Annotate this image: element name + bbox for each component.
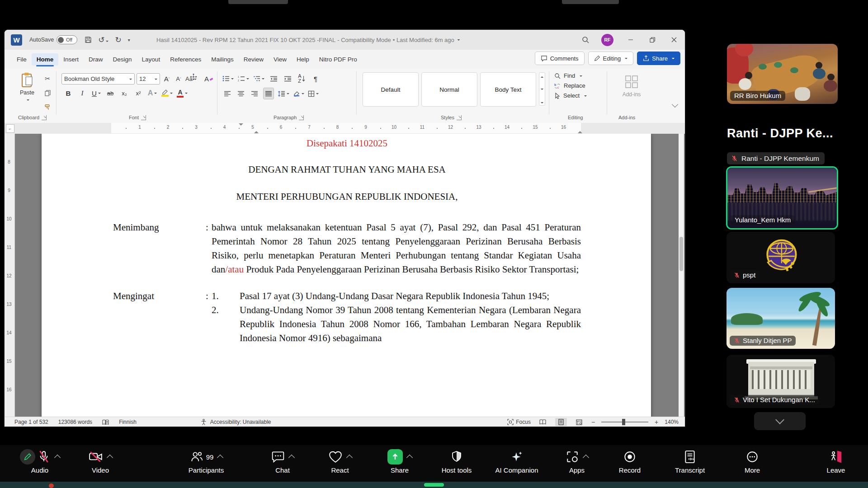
tab-mailings[interactable]: Mailings (206, 53, 239, 66)
tab-design[interactable]: Design (108, 53, 137, 66)
right-indent-marker[interactable] (578, 129, 582, 133)
zoom-percent[interactable]: 140% (665, 419, 679, 425)
video-options-caret[interactable] (107, 455, 113, 461)
cut-icon[interactable]: ✂ (42, 73, 52, 84)
web-layout-button[interactable] (573, 418, 585, 426)
font-size-select[interactable]: 12 (137, 73, 160, 84)
styles-gallery-scroll[interactable] (539, 72, 545, 106)
align-right-button[interactable] (250, 88, 259, 99)
zoom-slider-thumb[interactable] (622, 419, 625, 425)
shading-button[interactable] (293, 88, 304, 99)
page-indicator[interactable]: Page 1 of 532 (14, 419, 48, 425)
align-center-button[interactable] (236, 88, 246, 99)
clipboard-dialog-launcher[interactable]: ↘ (42, 115, 47, 120)
strikethrough-button[interactable]: ab (105, 88, 115, 99)
video-tile-stanly[interactable]: Stanly Ditjen PP (726, 288, 835, 349)
vertical-ruler[interactable]: 8910111213141516 (5, 134, 15, 417)
zoom-in-button[interactable]: + (655, 418, 658, 426)
subscript-button[interactable]: x₂ (119, 88, 129, 99)
last-modified-text[interactable]: • Last Modified: 6m ago (393, 37, 454, 43)
document-scrollbar[interactable] (679, 134, 684, 417)
find-button[interactable]: Find (554, 72, 587, 79)
ai-companion-button[interactable]: AI Companion (487, 449, 546, 474)
grow-font-button[interactable]: Aˆ (162, 74, 172, 84)
horizontal-ruler[interactable]: ⌐ 12345678910111213141516 (5, 123, 685, 134)
share-document-button[interactable]: Share (637, 52, 680, 65)
sort-button[interactable]: AZ (297, 73, 307, 84)
replace-button[interactable]: bcReplace (554, 82, 587, 89)
apps-button[interactable]: Apps (547, 449, 606, 474)
video-tile-rr-biro-hukum[interactable]: RR Biro Hukum (727, 44, 838, 104)
scrollbar-thumb[interactable] (679, 237, 683, 271)
paragraph-dialog-launcher[interactable]: ↘ (299, 115, 304, 120)
restore-button[interactable] (642, 30, 663, 50)
autosave-switch[interactable]: Off (57, 35, 77, 44)
zoom-out-button[interactable]: − (591, 418, 595, 426)
tab-references[interactable]: References (165, 53, 206, 66)
tab-draw[interactable]: Draw (84, 53, 108, 66)
show-paragraph-marks-button[interactable]: ¶ (311, 73, 321, 84)
autosave-toggle[interactable]: AutoSave Off (29, 35, 77, 44)
copy-icon[interactable] (42, 88, 52, 99)
bold-button[interactable]: B (63, 88, 73, 99)
align-left-button[interactable] (222, 88, 232, 99)
more-button[interactable]: More (723, 449, 782, 474)
tab-insert[interactable]: Insert (58, 53, 84, 66)
account-avatar[interactable]: RF (601, 34, 613, 46)
chat-button[interactable]: Chat (253, 449, 312, 474)
style-body-text[interactable]: Body Text (480, 72, 536, 107)
addins-button[interactable]: Add-ins (616, 74, 647, 98)
save-icon[interactable] (85, 36, 92, 43)
apps-caret[interactable] (583, 455, 589, 461)
justify-button[interactable] (263, 88, 274, 99)
react-caret[interactable] (346, 455, 353, 461)
borders-button[interactable] (308, 88, 319, 99)
share-screen-button[interactable]: Share (370, 449, 429, 474)
undo-icon[interactable]: ↺ (98, 36, 108, 44)
leave-button[interactable]: Leave (807, 449, 865, 474)
audio-button[interactable]: Audio (10, 449, 69, 474)
paste-button[interactable]: Paste (14, 72, 40, 103)
tab-file[interactable]: File (12, 53, 32, 66)
bullets-button[interactable] (222, 73, 234, 84)
select-button[interactable]: Select (554, 92, 587, 99)
format-painter-icon[interactable] (42, 102, 52, 113)
chat-caret[interactable] (288, 455, 295, 461)
tab-layout[interactable]: Layout (137, 53, 165, 66)
transcript-button[interactable]: Transcript (660, 449, 719, 474)
collapse-ribbon-icon[interactable] (673, 105, 677, 107)
style-normal[interactable]: Normal (421, 72, 477, 107)
increase-indent-button[interactable] (283, 73, 292, 84)
qat-customize-icon[interactable]: ▾ (128, 38, 130, 42)
title-dropdown-icon[interactable] (458, 39, 460, 42)
multilevel-list-button[interactable] (253, 73, 264, 84)
video-button[interactable]: Video (71, 449, 130, 474)
video-tile-vito[interactable]: Vito I Set Dukungan K... (726, 355, 835, 408)
italic-button[interactable]: I (77, 88, 87, 99)
tab-review[interactable]: Review (239, 53, 269, 66)
read-mode-button[interactable] (537, 418, 549, 426)
tab-home[interactable]: Home (32, 53, 59, 66)
editing-mode-button[interactable]: Editing (588, 52, 634, 65)
participants-button[interactable]: 99 Participants (177, 449, 236, 474)
style-default[interactable]: Default (363, 72, 419, 107)
collapse-gallery-button[interactable] (754, 412, 806, 430)
print-layout-button[interactable] (555, 418, 567, 426)
close-button[interactable] (663, 30, 685, 50)
redo-icon[interactable]: ↻ (115, 36, 121, 44)
audio-options-caret[interactable] (54, 455, 61, 461)
record-button[interactable]: Record (600, 449, 659, 474)
highlight-button[interactable] (161, 88, 173, 99)
comments-button[interactable]: Comments (535, 52, 585, 65)
tab-view[interactable]: View (269, 53, 292, 66)
font-name-select[interactable]: Bookman Old Style (61, 73, 135, 84)
line-spacing-button[interactable] (278, 88, 289, 99)
first-line-indent-marker[interactable] (239, 123, 243, 128)
clear-formatting-button[interactable]: A (204, 74, 214, 84)
hanging-indent-marker[interactable] (254, 129, 259, 133)
document-canvas[interactable]: 8910111213141516 Disepakati 14102025 DEN… (5, 134, 685, 417)
tab-help[interactable]: Help (292, 53, 314, 66)
text-effects-button[interactable]: A (147, 88, 157, 99)
underline-button[interactable]: U (91, 88, 101, 99)
accessibility-icon[interactable] (201, 419, 207, 425)
